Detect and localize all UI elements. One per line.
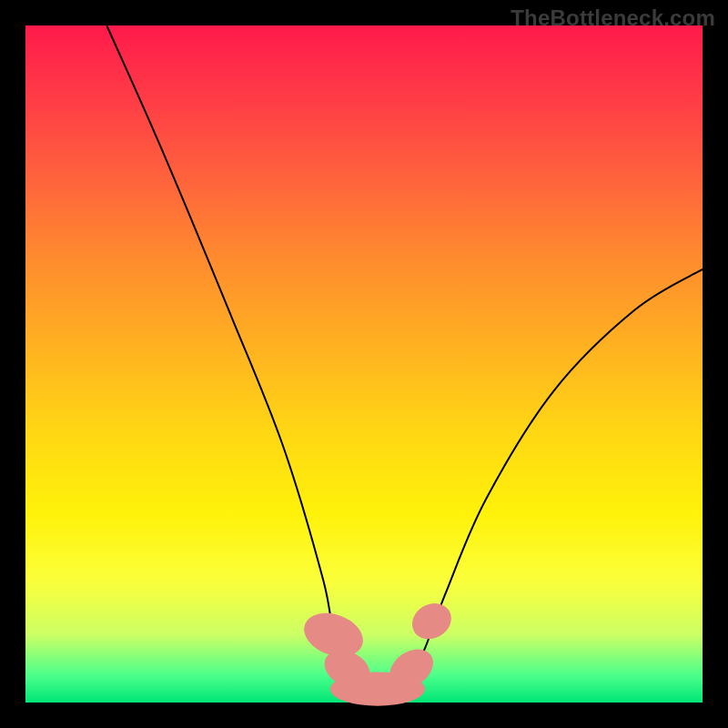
curve-markers [298, 596, 458, 705]
bottleneck-curve [25, 25, 703, 703]
curve-marker [406, 596, 458, 646]
chart-frame: TheBottleneck.com [0, 0, 728, 728]
curve-line [106, 25, 703, 693]
plot-area [25, 25, 703, 703]
